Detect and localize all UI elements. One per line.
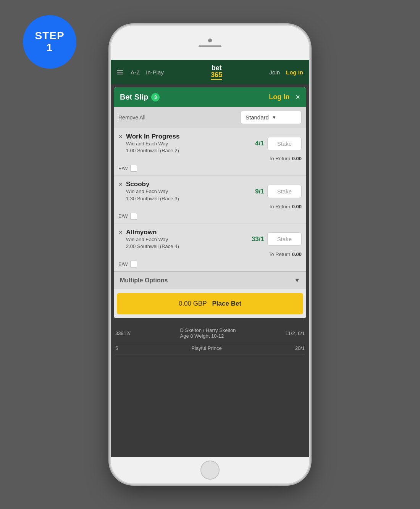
bet-2-return-label: To Return — [269, 204, 290, 211]
bet-1-return-label: To Return — [269, 156, 290, 163]
bet-3-sub-1: Win and Each Way — [126, 236, 252, 243]
bet-slip-controls: Remove All Standard ▼ — [114, 107, 306, 128]
nav-right: Join Log In — [269, 69, 303, 76]
multiple-options-label: Multiple Options — [120, 277, 168, 284]
logo-365: 365 — [211, 71, 222, 80]
phone-content: A-Z In-Play bet 365 Join Log In Bet Slip… — [111, 60, 309, 457]
dropdown-value: Standard — [246, 114, 269, 121]
bet-type-dropdown[interactable]: Standard ▼ — [241, 111, 302, 124]
nav-login-link[interactable]: Log In — [286, 69, 303, 76]
bet-item-2: ✕ Scooby Win and Each Way 1.30 Southwell… — [114, 176, 306, 223]
bet-3-name-group: Allmyown Win and Each Way 2.00 Southwell… — [126, 229, 252, 250]
bet-1-odds: 4/1 — [255, 140, 264, 147]
bg-row-1: 33912/ D Skelton / Harry SkeltonAge 8 We… — [115, 324, 305, 342]
phone-frame: A-Z In-Play bet 365 Join Log In Bet Slip… — [111, 26, 309, 483]
phone-bottom — [111, 457, 309, 483]
background-content: 33912/ D Skelton / Harry SkeltonAge 8 We… — [111, 321, 309, 457]
bet-3-return-value: 0.00 — [292, 251, 302, 258]
hamburger-icon[interactable] — [117, 70, 123, 74]
bet-3-remove-button[interactable]: ✕ — [118, 229, 123, 235]
nav-logo[interactable]: bet 365 — [211, 64, 222, 80]
bet-item-2-left: ✕ Scooby Win and Each Way 1.30 Southwell… — [118, 180, 255, 202]
bet-3-odds-stake: 33/1 Stake — [252, 232, 302, 246]
logo-bet: bet — [211, 64, 222, 71]
step-badge-text: STEP1 — [35, 30, 64, 54]
bet-3-stake-input[interactable]: Stake — [267, 232, 302, 246]
bet-slip-close-button[interactable]: × — [296, 93, 300, 101]
phone-top — [111, 26, 309, 60]
bet-2-return-row: To Return 0.00 — [118, 204, 302, 211]
bet-1-sub-1: Win and Each Way — [126, 140, 255, 147]
bet-3-ew-row: E/W — [118, 261, 302, 267]
remove-all-button[interactable]: Remove All — [118, 114, 145, 121]
nav-inplay-link[interactable]: In-Play — [146, 69, 164, 76]
bet-2-odds: 9/1 — [255, 188, 264, 195]
bet-3-return-row: To Return 0.00 — [118, 251, 302, 258]
bet-item-1-top: ✕ Work In Progress Win and Each Way 1.00… — [118, 133, 302, 154]
bet-1-stake-input[interactable]: Stake — [267, 137, 302, 150]
bg-row-1-jockey: D Skelton / Harry SkeltonAge 8 Weight 10… — [180, 327, 236, 339]
bet-3-sub-2: 2.00 Southwell (Race 4) — [126, 243, 252, 250]
camera-icon — [208, 39, 212, 42]
multiple-options-arrow-icon: ▼ — [294, 277, 300, 284]
bet-2-ew-label: E/W — [118, 213, 128, 219]
bg-row-1-id: 33912/ — [115, 330, 131, 336]
bet-1-remove-button[interactable]: ✕ — [118, 134, 123, 140]
bet-item-1: ✕ Work In Progress Win and Each Way 1.00… — [114, 128, 306, 176]
bet-2-sub-1: Win and Each Way — [126, 188, 255, 195]
bet-1-sub-2: 1.00 Southwell (Race 2) — [126, 147, 255, 154]
bet-1-return-value: 0.00 — [292, 156, 302, 163]
bet-item-3-left: ✕ Allmyown Win and Each Way 2.00 Southwe… — [118, 229, 252, 250]
bet-2-name: Scooby — [126, 180, 255, 188]
bet-slip-header-right: Log In × — [269, 93, 300, 101]
dropdown-arrow-icon: ▼ — [272, 115, 276, 120]
bet-slip-login-button[interactable]: Log In — [269, 93, 289, 101]
step-badge: STEP1 — [23, 15, 76, 69]
bet-2-remove-button[interactable]: ✕ — [118, 181, 123, 187]
bg-row-2-name: Playful Prince — [191, 345, 221, 351]
nav-left: A-Z In-Play — [117, 69, 164, 76]
bet-3-return-label: To Return — [269, 251, 290, 258]
top-nav: A-Z In-Play bet 365 Join Log In — [111, 60, 309, 84]
bet-slip-title-group: Bet Slip 3 — [120, 93, 160, 101]
bet-1-odds-stake: 4/1 Stake — [255, 137, 302, 150]
bet-2-stake-input[interactable]: Stake — [267, 185, 302, 198]
bet-1-return-row: To Return 0.00 — [118, 156, 302, 163]
bet-item-3-top: ✕ Allmyown Win and Each Way 2.00 Southwe… — [118, 229, 302, 250]
bet-item-2-top: ✕ Scooby Win and Each Way 1.30 Southwell… — [118, 180, 302, 202]
speaker-icon — [199, 45, 221, 47]
bet-3-ew-checkbox[interactable] — [130, 261, 137, 267]
bet-2-ew-row: E/W — [118, 213, 302, 220]
nav-az-link[interactable]: A-Z — [131, 69, 140, 76]
bet-3-name: Allmyown — [126, 229, 252, 236]
bet-item-1-left: ✕ Work In Progress Win and Each Way 1.00… — [118, 133, 255, 154]
nav-join-link[interactable]: Join — [269, 69, 280, 76]
bg-row-2-num: 5 — [115, 345, 118, 351]
bet-item-3: ✕ Allmyown Win and Each Way 2.00 Southwe… — [114, 224, 306, 271]
place-bet-amount: 0.00 GBP — [179, 300, 207, 307]
place-bet-button[interactable]: 0.00 GBP Place Bet — [117, 293, 303, 314]
bet-slip-header: Bet Slip 3 Log In × — [114, 87, 306, 107]
bet-2-ew-checkbox[interactable] — [130, 213, 137, 220]
bet-1-ew-row: E/W — [118, 165, 302, 172]
bet-1-ew-checkbox[interactable] — [130, 165, 137, 172]
bet-1-name: Work In Progress — [126, 133, 255, 140]
bet-slip-count-badge: 3 — [151, 93, 160, 101]
bet-1-ew-label: E/W — [118, 166, 128, 171]
bg-row-2: 5 Playful Prince 20/1 — [115, 342, 305, 354]
bet-3-odds: 33/1 — [252, 235, 264, 243]
bet-1-name-group: Work In Progress Win and Each Way 1.00 S… — [126, 133, 255, 154]
bg-row-2-odds: 20/1 — [295, 345, 305, 351]
multiple-options-row[interactable]: Multiple Options ▼ — [114, 271, 306, 289]
bet-2-return-value: 0.00 — [292, 204, 302, 211]
bet-slip-title: Bet Slip — [120, 93, 148, 101]
bet-2-odds-stake: 9/1 Stake — [255, 185, 302, 198]
bet-slip-panel: Bet Slip 3 Log In × Remove All Standard … — [114, 87, 306, 318]
home-button[interactable] — [200, 461, 220, 480]
bet-3-ew-label: E/W — [118, 261, 128, 267]
bet-2-sub-2: 1.30 Southwell (Race 3) — [126, 195, 255, 202]
place-bet-label: Place Bet — [212, 300, 242, 307]
bet-2-name-group: Scooby Win and Each Way 1.30 Southwell (… — [126, 180, 255, 202]
bg-row-1-odds: 11/2, 6/1 — [285, 330, 305, 336]
